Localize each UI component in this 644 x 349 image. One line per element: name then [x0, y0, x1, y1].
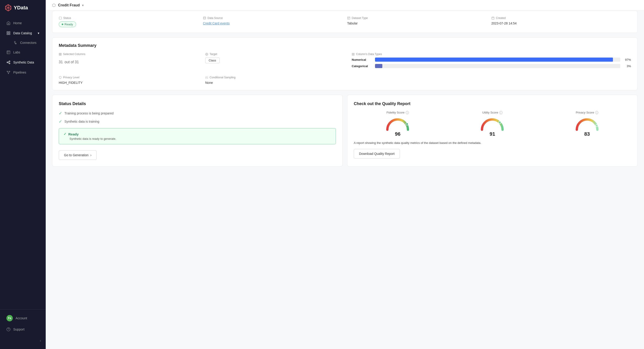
- sidebar-item-labs-label: Labs: [13, 50, 39, 54]
- sidebar-item-pipelines-label: Pipelines: [13, 71, 39, 74]
- cube-icon: ⬡: [52, 3, 56, 8]
- datasource-link[interactable]: Credit Card events: [203, 21, 342, 25]
- fidelity-label: Fidelity Score i: [385, 111, 410, 114]
- status-step-2: ✓ Synthetic data is training: [59, 119, 336, 124]
- chevron-down-icon: ▾: [38, 31, 39, 35]
- metadata-card: Metadata Summary Selected Columns 31 out…: [52, 37, 638, 90]
- svg-point-38: [206, 54, 207, 55]
- svg-line-14: [8, 63, 9, 63]
- metadata-grid: Selected Columns 31 out of 31 Target Cla…: [59, 52, 631, 70]
- metadata-title: Metadata Summary: [59, 43, 631, 48]
- quality-card: Check out the Quality Report Fidelity Sc…: [347, 95, 638, 167]
- sidebar-item-home[interactable]: Home: [2, 18, 44, 28]
- svg-rect-6: [7, 33, 8, 35]
- sidebar-item-data-catalog[interactable]: Data Catalog ▾: [2, 28, 44, 38]
- svg-rect-25: [348, 17, 350, 19]
- bottom-grid: Status Details ✓ Training process is bei…: [52, 95, 638, 167]
- svg-rect-7: [9, 33, 10, 35]
- goto-arrow-icon: ›: [90, 153, 92, 157]
- svg-point-58: [596, 124, 598, 127]
- privacy-info-icon: i: [595, 111, 598, 114]
- utility-label: Utility Score i: [480, 111, 505, 114]
- topbar-title: Credit Fraud: [58, 3, 80, 7]
- fidelity-gauge: [385, 116, 410, 130]
- svg-point-16: [9, 71, 10, 72]
- categorical-row: Categorical 3%: [352, 64, 631, 68]
- conditional-value: None: [205, 81, 345, 84]
- privacy-value: HIGH_FIDELITY: [59, 81, 198, 84]
- sidebar: YData Home Data Catalog ▾ Connectors Lab…: [0, 0, 46, 349]
- data-types-label: Column's Data Types: [352, 52, 631, 56]
- privacy-section: Privacy Level HIGH_FIDELITY: [59, 76, 198, 84]
- dataset-type-value: Tabular: [347, 21, 487, 25]
- status-badge: Ready: [59, 21, 198, 27]
- numerical-label: Numerical: [352, 58, 372, 61]
- ready-check-icon: ✓: [64, 132, 66, 136]
- svg-rect-32: [59, 53, 62, 55]
- selected-columns-value: 31 out of 31: [59, 57, 198, 65]
- svg-rect-4: [7, 31, 8, 33]
- account-label: Account: [16, 316, 27, 320]
- status-card: Status Details ✓ Training process is bei…: [52, 95, 342, 167]
- numerical-bar-wrap: [375, 57, 620, 62]
- spacer: [352, 76, 631, 84]
- privacy-score-item: Privacy Score i: [574, 111, 600, 137]
- svg-line-20: [8, 72, 10, 73]
- sidebar-item-home-label: Home: [13, 21, 39, 25]
- numerical-pct: 97%: [623, 58, 631, 61]
- svg-line-13: [8, 61, 9, 62]
- privacy-score-label: Privacy Score i: [574, 111, 600, 114]
- utility-info-icon: i: [499, 111, 502, 114]
- svg-point-15: [7, 71, 8, 72]
- dataset-type-section: Dataset Type Tabular: [347, 16, 487, 25]
- svg-point-12: [9, 63, 10, 64]
- svg-rect-44: [354, 53, 354, 54]
- datasource-section: Data Source Credit Card events: [203, 16, 342, 25]
- svg-point-10: [7, 62, 8, 63]
- categorical-label: Categorical: [352, 64, 372, 68]
- ready-box-title: ✓ Ready: [64, 132, 331, 136]
- created-value: 2023-07-28 14:54: [491, 21, 631, 25]
- sidebar-item-synthetic-data[interactable]: Synthetic Data: [2, 57, 44, 67]
- step2-text: Synthetic data is training: [64, 120, 100, 123]
- sidebar-item-connectors[interactable]: Connectors: [2, 38, 44, 47]
- categorical-bar: [375, 64, 382, 68]
- svg-point-17: [8, 73, 9, 74]
- sidebar-item-labs[interactable]: Labs: [2, 47, 44, 57]
- step2-check-icon: ✓: [59, 119, 62, 124]
- sidebar-item-support[interactable]: Support: [2, 325, 44, 334]
- sidebar-item-support-label: Support: [13, 328, 39, 331]
- step1-check-icon: ✓: [59, 111, 62, 116]
- sidebar-bottom: Fa Account Support ‹: [0, 309, 46, 349]
- utility-value: 91: [480, 131, 505, 137]
- target-value: Class: [205, 57, 345, 63]
- download-quality-report-button[interactable]: Download Quality Report: [354, 149, 400, 159]
- sidebar-item-account[interactable]: Fa Account: [2, 312, 44, 324]
- metadata-row2: Privacy Level HIGH_FIDELITY Conditional …: [59, 76, 631, 84]
- goto-generation-button[interactable]: Go to Generation ›: [59, 150, 97, 160]
- svg-rect-5: [9, 31, 10, 33]
- sidebar-item-synthetic-label: Synthetic Data: [13, 60, 39, 64]
- status-card-title: Status Details: [59, 101, 336, 106]
- data-types-section: Column's Data Types Numerical 97% Catego…: [352, 52, 631, 70]
- svg-rect-28: [492, 17, 494, 19]
- fidelity-score-item: Fidelity Score i: [385, 111, 410, 137]
- privacy-gauge: [574, 116, 600, 130]
- info-card: Status Ready Data Source Credit Card eve…: [52, 11, 638, 33]
- status-step-1: ✓ Training process is being prepared: [59, 111, 336, 116]
- status-label: Status: [59, 16, 198, 20]
- quality-description: A report showing the synthetic data qual…: [354, 141, 631, 145]
- svg-rect-23: [59, 17, 62, 19]
- sidebar-item-catalog-label: Data Catalog: [13, 31, 35, 35]
- sidebar-item-pipelines[interactable]: Pipelines: [2, 68, 44, 77]
- target-section: Target Class: [205, 52, 345, 70]
- sidebar-collapse-button[interactable]: ‹: [0, 335, 46, 347]
- main-content: ⬡ Credit Fraud ▾ Status Ready: [46, 0, 644, 349]
- created-label: Created: [491, 16, 631, 20]
- conditional-section: Conditional Sampling None: [205, 76, 345, 84]
- scores-row: Fidelity Score i: [354, 111, 631, 137]
- topbar-chevron-icon[interactable]: ▾: [82, 3, 84, 7]
- utility-score-item: Utility Score i: [480, 111, 505, 137]
- svg-rect-46: [354, 54, 354, 55]
- topbar: ⬡ Credit Fraud ▾: [46, 0, 644, 11]
